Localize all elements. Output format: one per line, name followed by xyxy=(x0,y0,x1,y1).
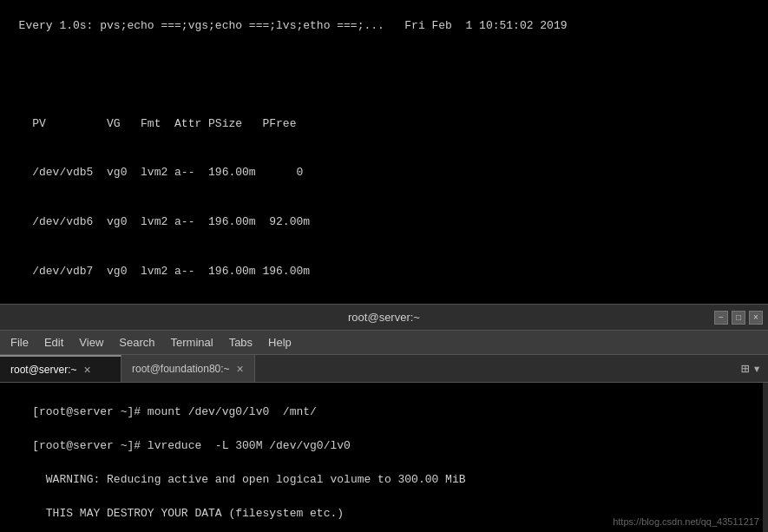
title-bar: root@server:~ − □ × xyxy=(0,305,768,331)
terminal-window: root@server:~ − □ × File Edit View Searc… xyxy=(0,304,768,532)
bottom-line-4: THIS MAY DESTROY YOUR DATA (filesystem e… xyxy=(32,507,344,520)
tab-bar-icons: ⊞ ▾ xyxy=(741,355,768,382)
top-line-4: /dev/vdb5 vg0 lvm2 a-- 196.00m 0 xyxy=(19,166,304,179)
top-terminal-output: Every 1.0s: pvs;echo ===;vgs;echo ===;lv… xyxy=(0,0,768,304)
close-button[interactable]: × xyxy=(749,311,763,325)
menu-tabs[interactable]: Tabs xyxy=(222,334,259,351)
watermark: https://blog.csdn.net/qq_43511217 xyxy=(613,515,759,529)
tab-server-label: root@server:~ xyxy=(10,364,77,376)
tab-foundation[interactable]: root@foundation80:~ × xyxy=(121,355,255,382)
window-controls: − □ × xyxy=(714,311,763,325)
tab-bar: root@server:~ × root@foundation80:~ × ⊞ … xyxy=(0,355,768,383)
tab-foundation-close[interactable]: × xyxy=(237,362,244,376)
menu-file[interactable]: File xyxy=(3,334,36,351)
bottom-line-3: WARNING: Reducing active and open logica… xyxy=(32,473,465,486)
tab-menu-icon[interactable]: ▾ xyxy=(752,360,761,378)
menu-bar: File Edit View Search Terminal Tabs Help xyxy=(0,331,768,355)
menu-edit[interactable]: Edit xyxy=(37,334,70,351)
bottom-terminal-output[interactable]: [root@server ~]# mount /dev/vg0/lv0 /mnt… xyxy=(0,383,768,532)
bottom-line-2: [root@server ~]# lvreduce -L 300M /dev/v… xyxy=(32,439,351,452)
new-tab-icon[interactable]: ⊞ xyxy=(741,360,750,378)
minimize-button[interactable]: − xyxy=(714,311,728,325)
tab-server[interactable]: root@server:~ × xyxy=(0,355,121,382)
top-line-3: PV VG Fmt Attr PSize PFree xyxy=(19,117,297,130)
top-line-6: /dev/vdb7 vg0 lvm2 a-- 196.00m 196.00m xyxy=(19,265,310,278)
tab-server-close[interactable]: × xyxy=(84,363,91,377)
menu-help[interactable]: Help xyxy=(261,334,299,351)
menu-search[interactable]: Search xyxy=(112,334,161,351)
top-line-1: Every 1.0s: pvs;echo ===;vgs;echo ===;lv… xyxy=(19,19,568,32)
scrollbar[interactable] xyxy=(763,383,768,532)
menu-view[interactable]: View xyxy=(72,334,110,351)
bottom-line-1: [root@server ~]# mount /dev/vg0/lv0 /mnt… xyxy=(32,405,317,418)
top-line-5: /dev/vdb6 vg0 lvm2 a-- 196.00m 92.00m xyxy=(19,215,310,228)
window-title: root@server:~ xyxy=(348,311,420,324)
maximize-button[interactable]: □ xyxy=(732,311,745,325)
tab-foundation-label: root@foundation80:~ xyxy=(132,363,230,375)
menu-terminal[interactable]: Terminal xyxy=(164,334,220,351)
